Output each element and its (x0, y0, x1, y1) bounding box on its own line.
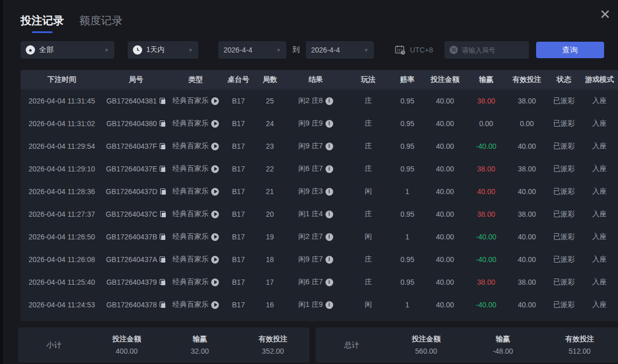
odds: 0.95 (390, 210, 424, 218)
odds: 0.95 (390, 142, 424, 150)
copy-icon[interactable] (160, 302, 166, 308)
status: 已派彩 (547, 119, 581, 128)
odds: 1 (390, 187, 424, 196)
tab-bar: 投注记录 额度记录 (0, 0, 618, 33)
valid-bet: 38.00 (507, 278, 547, 286)
copy-icon[interactable] (160, 211, 166, 218)
bet-time: 2026-04-04 11:26:08 (21, 255, 103, 264)
calendar-clock-icon (394, 45, 406, 55)
bet-amount: 40.00 (424, 255, 466, 264)
chevron-down-icon: ▼ (276, 47, 281, 53)
info-icon[interactable]: i (325, 301, 333, 309)
game-type: 经典百家乐 (173, 300, 209, 309)
date-to-picker[interactable]: 2026-4-4 ▼ (306, 41, 374, 59)
tab-bet-records-label: 投注记录 (21, 14, 64, 26)
status: 已派彩 (547, 187, 581, 196)
game-type: 经典百家乐 (173, 255, 209, 264)
round-id: GB1726404379 (106, 278, 157, 286)
round-id-cell: GB172640437E (103, 165, 169, 173)
subtotal-bet-label: 投注金额 (90, 335, 163, 344)
round-no: 25 (254, 97, 285, 105)
play-video-icon[interactable] (211, 143, 219, 150)
valid-bet: 0.00 (507, 119, 547, 128)
play-type: 庄 (346, 278, 390, 287)
date-to-label: 到 (293, 45, 300, 55)
play-video-icon[interactable] (211, 233, 219, 241)
play-video-icon[interactable] (211, 256, 219, 264)
game-type-cell: 经典百家乐 (169, 255, 222, 264)
play-video-icon[interactable] (211, 211, 219, 218)
info-icon[interactable]: i (325, 165, 333, 173)
subtotal-winloss-stat: 输赢 32.00 (163, 335, 236, 355)
game-type-cell: 经典百家乐 (169, 119, 222, 128)
play-video-icon[interactable] (211, 97, 219, 105)
play-video-icon[interactable] (211, 120, 219, 128)
copy-icon[interactable] (160, 120, 166, 127)
info-icon[interactable]: i (325, 233, 333, 241)
status: 已派彩 (547, 164, 581, 174)
subtotal-winloss-label: 输赢 (163, 335, 236, 344)
bet-amount: 40.00 (424, 142, 466, 150)
info-icon[interactable]: i (325, 143, 333, 150)
info-icon[interactable]: i (325, 211, 333, 218)
date-from-picker[interactable]: 2026-4-4 ▼ (218, 41, 286, 59)
copy-icon[interactable] (160, 98, 166, 105)
copy-icon[interactable] (160, 279, 166, 286)
play-video-icon[interactable] (211, 301, 219, 309)
chevron-down-icon: ▼ (104, 47, 109, 53)
result: 闲1 庄9 (298, 300, 322, 309)
total-valid-stat: 有效投注 512.00 (541, 335, 618, 355)
copy-icon[interactable] (160, 143, 166, 150)
info-icon[interactable]: i (325, 120, 333, 128)
round-no: 17 (254, 278, 285, 286)
copy-icon[interactable] (160, 188, 166, 195)
table-no: B17 (222, 233, 254, 241)
info-icon[interactable]: i (325, 256, 333, 264)
play-video-icon[interactable] (211, 279, 219, 286)
table-row: 2026-04-04 11:28:36 GB172640437D 经典百家乐 B… (21, 180, 618, 203)
game-type-select[interactable]: ♠ 全部 ▼ (21, 41, 114, 59)
odds: 0.95 (390, 278, 424, 286)
copy-icon[interactable] (160, 256, 166, 263)
time-range-select[interactable]: 1天内 ▼ (128, 41, 198, 59)
play-type: 闲 (346, 187, 390, 196)
info-icon[interactable]: i (325, 188, 333, 196)
summary-row: 小计 投注金额 400.00 输赢 32.00 有效投注 352.00 总计 投… (0, 327, 618, 362)
close-icon[interactable]: ✕ (597, 7, 613, 23)
total-bet-value: 560.00 (388, 347, 465, 355)
play-type: 庄 (346, 164, 390, 174)
round-number-field[interactable]: 局 (444, 41, 529, 59)
play-video-icon[interactable] (211, 165, 219, 173)
query-button[interactable]: 查询 (536, 42, 604, 58)
play-video-icon[interactable] (211, 188, 219, 196)
info-icon[interactable]: i (325, 279, 333, 286)
game-mode: 入座 (581, 142, 618, 151)
round-no: 22 (254, 165, 285, 173)
info-icon[interactable]: i (325, 97, 333, 105)
result: 闲9 庄7 (298, 255, 322, 264)
bet-time: 2026-04-04 11:28:36 (21, 187, 103, 196)
tab-bet-records[interactable]: 投注记录 (21, 13, 64, 33)
subtotal-winloss-value: 32.00 (163, 347, 236, 355)
table-no: B17 (222, 119, 254, 128)
round-number-input[interactable] (462, 46, 524, 54)
timezone-control[interactable]: UTC+8 (394, 45, 433, 55)
status: 已派彩 (547, 142, 581, 151)
bet-time: 2026-04-04 11:31:02 (21, 119, 103, 128)
copy-icon[interactable] (160, 234, 166, 240)
table-no: B17 (222, 97, 254, 105)
winloss: -40.00 (466, 233, 507, 241)
total-winloss-value: -48.00 (465, 347, 541, 355)
col-type: 类型 (169, 75, 222, 84)
date-from-value: 2026-4-4 (224, 46, 252, 54)
copy-icon[interactable] (160, 166, 166, 172)
spade-icon: ♠ (26, 45, 35, 55)
status: 已派彩 (547, 210, 581, 219)
result: 闲9 庄9 (298, 119, 322, 128)
winloss: 38.00 (466, 165, 507, 173)
subtotal-panel: 小计 投注金额 400.00 输赢 32.00 有效投注 352.00 (18, 327, 310, 362)
valid-bet: 40.00 (507, 255, 547, 264)
tab-quota-records[interactable]: 额度记录 (79, 13, 123, 33)
play-type: 庄 (346, 255, 390, 264)
play-type: 庄 (346, 96, 390, 106)
